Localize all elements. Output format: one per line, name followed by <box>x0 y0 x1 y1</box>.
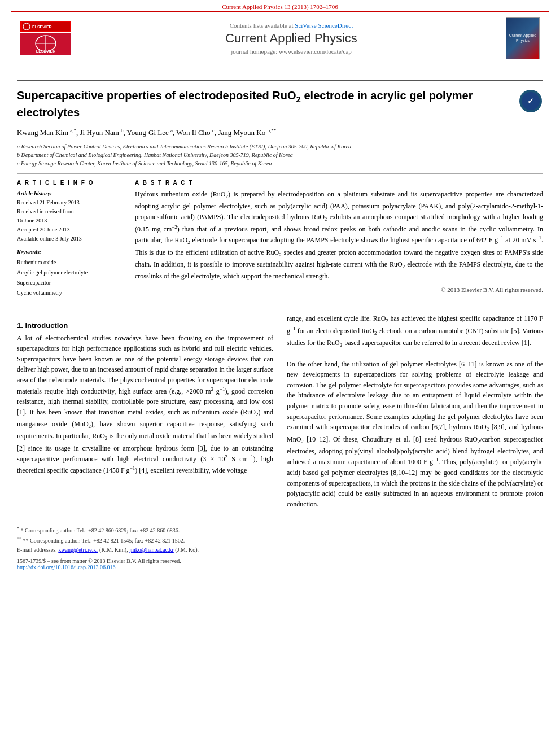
article-history: Article history: Received 21 February 20… <box>17 189 121 243</box>
svg-text:✓: ✓ <box>527 97 534 106</box>
elsevier-tree-icon: ELSEVIER <box>22 22 70 31</box>
body-left-col: 1. Introduction A lot of electrochemical… <box>17 313 273 510</box>
keywords-section: Keywords: Ruthenium oxide Acrylic gel po… <box>17 249 121 298</box>
journal-title-center: Contents lists available at SciVerse Sci… <box>88 22 495 55</box>
journal-name: Current Applied Physics <box>88 31 495 46</box>
keyword-4: Cyclic voltammetry <box>17 288 121 298</box>
sciverse-link[interactable]: Contents lists available at SciVerse Sci… <box>88 22 495 29</box>
issn-line: 1567-1739/$ – see front matter © 2013 El… <box>17 558 543 564</box>
abstract-text: Hydrous ruthenium oxide (RuO2) is prepar… <box>135 189 543 282</box>
keyword-list: Ruthenium oxide Acrylic gel polymer elec… <box>17 257 121 298</box>
email-link-1[interactable]: kwang@etri.re.kr <box>58 547 98 553</box>
intro-heading: 1. Introduction <box>17 321 273 330</box>
body-divider <box>17 304 543 304</box>
body-content: 1. Introduction A lot of electrochemical… <box>17 313 543 510</box>
body-right-text-1: range, and excellent cycle life. RuO2 ha… <box>287 313 543 350</box>
journal-citation: Current Applied Physics 13 (2013) 1702–1… <box>0 0 560 11</box>
keywords-label: Keywords: <box>17 249 121 255</box>
svg-text:ELSEVIER: ELSEVIER <box>36 49 56 53</box>
body-left-text: A lot of electrochemical studies nowaday… <box>17 333 273 476</box>
footer-note-2: ** ** Corresponding author. Tel.: +82 42… <box>17 536 543 545</box>
body-right-text-2: On the other hand, the utilization of ge… <box>287 359 543 510</box>
keyword-3: Supercapacitor <box>17 278 121 288</box>
divider <box>17 173 543 174</box>
footer: * * Corresponding author. Tel.: +82 42 8… <box>17 521 543 570</box>
authors: Kwang Man Kim a,*, Ji Hyun Nam b, Young-… <box>17 126 543 139</box>
journal-cover-image: Current Applied Physics <box>506 17 540 59</box>
journal-cover-area: Current Applied Physics <box>495 17 540 59</box>
publisher-logo-area: ELSEVIER ELSEVIER <box>20 21 88 55</box>
copyright: © 2013 Elsevier B.V. All rights reserved… <box>135 286 543 293</box>
main-content: Supercapacitive properties of electrodep… <box>0 64 560 582</box>
crossmark-icon: ✓ <box>519 90 542 112</box>
article-title-area: Supercapacitive properties of electrodep… <box>17 88 511 120</box>
affiliation-a: a Research Section of Power Control Devi… <box>17 142 543 151</box>
journal-header: ELSEVIER ELSEVIER Contents lists availab… <box>11 11 549 64</box>
journal-homepage: journal homepage: www.elsevier.com/locat… <box>88 48 495 55</box>
article-info-col: A R T I C L E I N F O Article history: R… <box>17 180 121 298</box>
article-info-heading: A R T I C L E I N F O <box>17 180 121 186</box>
email-link-2[interactable]: jmko@hanbat.ac.kr <box>129 547 174 553</box>
abstract-heading: A B S T R A C T <box>135 180 543 186</box>
footer-note-1: * * Corresponding author. Tel.: +82 42 8… <box>17 526 543 535</box>
affiliations: a Research Section of Power Control Devi… <box>17 142 543 168</box>
keyword-1: Ruthenium oxide <box>17 257 121 268</box>
sciverse-anchor[interactable]: SciVerse ScienceDirect <box>295 22 353 29</box>
keyword-2: Acrylic gel polymer electrolyte <box>17 268 121 278</box>
affiliation-b: b Department of Chemical and Biological … <box>17 151 543 159</box>
affiliation-c: c Energy Storage Research Center, Korea … <box>17 159 543 168</box>
article-title-section: Supercapacitive properties of electrodep… <box>17 80 543 120</box>
doi-line: http://dx.doi.org/10.1016/j.cap.2013.06.… <box>17 564 543 570</box>
crossmark-badge[interactable]: ✓ <box>518 88 543 113</box>
svg-text:ELSEVIER: ELSEVIER <box>32 25 52 29</box>
abstract-col: A B S T R A C T Hydrous ruthenium oxide … <box>135 180 543 298</box>
article-title: Supercapacitive properties of electrodep… <box>17 88 511 120</box>
article-info-abstract: A R T I C L E I N F O Article history: R… <box>17 180 543 298</box>
doi-link[interactable]: http://dx.doi.org/10.1016/j.cap.2013.06.… <box>17 564 116 570</box>
footer-emails: E-mail addresses: kwang@etri.re.kr (K.M.… <box>17 545 543 554</box>
elsevier-logo-icon: ELSEVIER <box>21 33 71 55</box>
body-right-col: range, and excellent cycle life. RuO2 ha… <box>287 313 543 510</box>
